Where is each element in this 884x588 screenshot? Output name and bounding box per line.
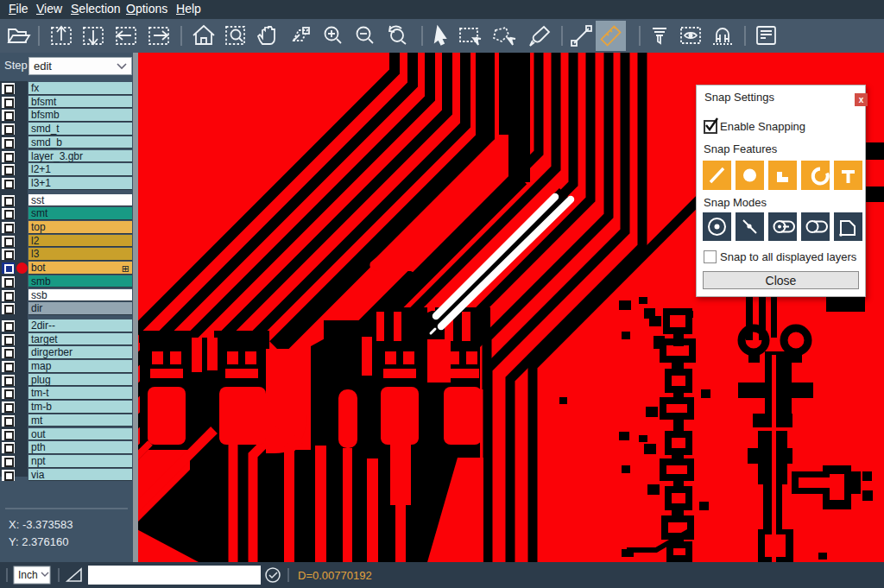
svg-text:Inch: Inch <box>18 569 38 581</box>
svg-text:D=0.00770192: D=0.00770192 <box>298 569 372 582</box>
